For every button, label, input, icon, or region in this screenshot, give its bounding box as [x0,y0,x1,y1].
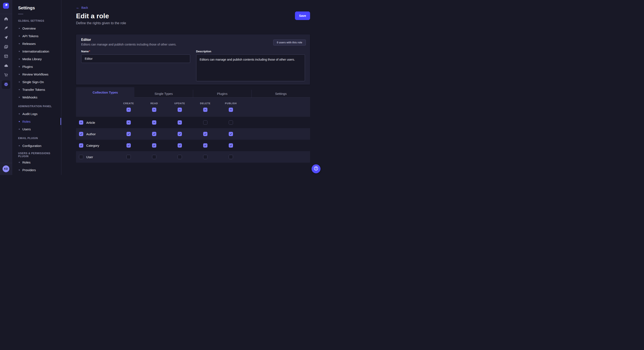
save-button[interactable]: Save [295,11,310,20]
checkbox-category-delete[interactable] [203,143,208,148]
name-field-group: Name* [81,50,190,82]
checkbox-user-update[interactable] [178,155,182,159]
rail-item-media[interactable] [2,42,10,52]
checkbox-article-create[interactable] [126,120,131,125]
name-field-label: Name* [81,50,190,53]
bullet-icon [19,51,20,52]
sidebar-item-plugins[interactable]: Plugins [12,63,61,70]
row-select-checkbox-user[interactable] [79,155,83,159]
checkbox-category-read[interactable] [152,143,156,148]
checkbox-article-publish[interactable] [229,120,233,125]
sidebar-item-audit-logs[interactable]: Audit Logs [12,110,61,118]
sidebar-item-webhooks[interactable]: Webhooks [12,93,61,101]
row-select-checkbox-author[interactable] [79,132,83,136]
user-avatar[interactable]: KD [2,166,9,172]
checkbox-article-update[interactable] [178,120,182,125]
checkbox-article-delete[interactable] [203,120,208,125]
settings-subnav: Settings GLOBAL SETTINGSOverviewAPI Toke… [12,0,61,175]
tab-collection-types[interactable]: Collection Types [76,87,134,98]
checkbox-user-publish[interactable] [229,155,233,159]
sidebar-item-review-workflows[interactable]: Review Workflows [12,70,61,78]
checkbox-article-read[interactable] [152,120,156,125]
subnav-section-global-settings: GLOBAL SETTINGS [12,17,61,24]
checkbox-author-read[interactable] [152,132,156,136]
perm-cell [218,120,244,125]
perm-cell [167,143,192,148]
checkbox-user-create[interactable] [126,155,131,159]
description-field-label: Description [196,50,305,53]
rail-item-feather[interactable] [2,24,10,33]
bullet-icon [19,81,20,82]
select-all-checkbox-delete[interactable] [203,108,208,112]
sidebar-item-api-tokens[interactable]: API Tokens [12,32,61,40]
row-name-cell: Author [76,132,116,136]
checkbox-category-update[interactable] [178,143,182,148]
rail-item-cart[interactable] [2,71,10,80]
tab-settings[interactable]: Settings [252,90,310,98]
sidebar-item-releases[interactable]: Releases [12,40,61,47]
perm-cell [218,132,244,136]
select-all-checkbox-read[interactable] [152,108,156,112]
strapi-logo[interactable] [3,3,9,9]
bullet-icon [19,145,20,146]
feather-icon [4,26,8,31]
checkbox-category-create[interactable] [126,143,131,148]
sidebar-item-internationalization[interactable]: Internationalization [12,47,61,55]
role-description-textarea[interactable]: Editors can manage and publish contents … [196,54,305,81]
subnav-section-email-plugin: EMAIL PLUGIN [12,135,61,142]
checkbox-author-create[interactable] [126,132,131,136]
gear-icon [4,82,8,87]
sidebar-item-media-library[interactable]: Media Library [12,55,61,63]
bullet-icon [19,28,20,29]
select-all-checkbox-update[interactable] [178,108,182,112]
row-label-category: Category [86,144,99,147]
media-icon [4,45,8,50]
rail-item-layout[interactable] [2,52,10,61]
rail-divider [0,14,12,14]
perm-cell [218,143,244,148]
main-nav-rail: KD [0,0,12,175]
active-indicator [60,118,61,125]
checkbox-category-publish[interactable] [229,143,233,148]
rail-item-cloud[interactable] [2,61,10,71]
tab-single-types[interactable]: Single Types [134,90,193,98]
paper-plane-icon [4,35,8,41]
name-column-spacer [76,98,116,117]
sidebar-item-roles[interactable]: Roles [12,159,61,166]
tab-plugins[interactable]: Plugins [193,90,252,98]
users-with-role-badge[interactable]: 0 users with this role [273,39,306,45]
rail-item-paper-plane[interactable] [2,33,10,42]
sidebar-item-single-sign-on[interactable]: Single Sign-On [12,78,61,86]
role-name-input[interactable] [81,54,190,63]
sidebar-item-providers[interactable]: Providers [12,166,61,174]
rail-item-gear[interactable] [2,80,10,89]
row-select-checkbox-category[interactable] [79,143,83,148]
select-all-checkbox-create[interactable] [126,108,131,112]
description-field-group: Description Editors can manage and publi… [196,50,305,82]
checkbox-author-update[interactable] [178,132,182,136]
checkbox-user-delete[interactable] [203,155,208,159]
help-button[interactable] [312,164,320,173]
column-label-update: UPDATE [174,102,185,105]
select-all-checkbox-publish[interactable] [229,108,233,112]
table-row-author: Author [76,128,310,140]
bullet-icon [19,66,20,67]
row-select-checkbox-article[interactable] [79,120,83,125]
checkbox-author-publish[interactable] [229,132,233,136]
back-link[interactable]: ← Back [76,6,88,9]
sidebar-item-users[interactable]: Users [12,125,61,133]
bullet-icon [19,129,20,130]
permissions-tabs: Collection TypesSingle TypesPluginsSetti… [76,87,310,98]
bullet-icon [19,74,20,75]
role-card-description: Editors can manage and publish contents … [81,42,305,46]
column-label-delete: DELETE [200,102,210,105]
sidebar-item-overview[interactable]: Overview [12,24,61,32]
checkbox-user-read[interactable] [152,155,156,159]
checkbox-author-delete[interactable] [203,132,208,136]
rail-item-home[interactable] [2,14,10,24]
sidebar-item-configuration[interactable]: Configuration [12,142,61,150]
sidebar-item-transfer-tokens[interactable]: Transfer Tokens [12,86,61,93]
sidebar-item-roles[interactable]: Roles [12,118,61,125]
bullet-icon [19,170,20,171]
bullet-icon [19,162,20,163]
